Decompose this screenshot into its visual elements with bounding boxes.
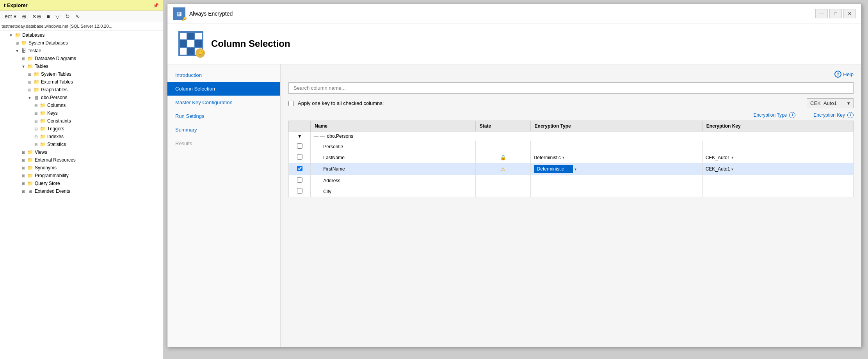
nav-item-summary[interactable]: Summary	[167, 123, 280, 137]
expand-dbo-persons[interactable]: ▼	[27, 96, 33, 100]
expand-columns[interactable]: ⊞	[33, 103, 39, 108]
object-explorer-panel: t Explorer 📌 ect ▾ ⊕ ✕⊕ ■ ▽ ↻ ∿ testmeto…	[0, 0, 163, 359]
checkbox-city[interactable]	[297, 188, 302, 194]
help-link[interactable]: ? Help	[834, 71, 854, 78]
tree-item-indexes[interactable]: ⊞ 📁 Indexes	[0, 133, 163, 140]
tree-item-triggers[interactable]: ⊞ 📁 Triggers	[0, 125, 163, 133]
tree-item-system-tables[interactable]: ⊞ 📁 System Tables	[0, 70, 163, 78]
tree-item-db-diagrams[interactable]: ⊞ 📁 Database Diagrams	[0, 55, 163, 62]
col-name-city: City	[311, 186, 475, 197]
dialog-title-left: ▦ 🔑 Always Encrypted	[173, 7, 233, 20]
enc-type-dropdown-last-name[interactable]: Deterministic ▾	[534, 155, 699, 160]
close-button[interactable]: ✕	[843, 9, 856, 18]
enc-type-link[interactable]: Encryption Type	[753, 112, 787, 118]
help-circle-icon: ?	[834, 71, 841, 78]
checkbox-last-name[interactable]	[297, 154, 302, 160]
tree-item-synonyms[interactable]: ⊞ 📁 Synonyms	[0, 164, 163, 172]
maximize-button[interactable]: □	[829, 9, 842, 18]
expand-synonyms[interactable]: ⊞	[20, 166, 27, 170]
enc-type-info-icon[interactable]: i	[789, 112, 795, 118]
enc-key-dropdown-first-name[interactable]: CEK_Auto1 ▾	[706, 166, 850, 172]
filter-button[interactable]: ▽	[54, 12, 61, 20]
checkbox-person-id[interactable]	[297, 143, 302, 149]
tree-item-constraints[interactable]: ⊞ 📁 Constraints	[0, 117, 163, 125]
tree-item-query-store[interactable]: ⊞ 📁 Query Store	[0, 180, 163, 187]
checkbox-address[interactable]	[297, 177, 302, 183]
table-icon-dbo-persons: ▦	[33, 94, 40, 101]
tree-item-keys[interactable]: ⊞ 📁 Keys	[0, 109, 163, 117]
expand-graph-tables[interactable]: ⊞	[27, 88, 33, 92]
enc-key-dropdown-last-name[interactable]: CEK_Auto1 ▾	[706, 155, 850, 160]
expand-databases[interactable]: ▼	[8, 33, 14, 37]
enc-key-info-icon[interactable]: i	[847, 112, 854, 118]
expand-constraints[interactable]: ⊞	[33, 119, 39, 123]
th-name: Name	[311, 121, 475, 132]
expand-system-databases[interactable]: ⊞	[14, 41, 20, 45]
expand-programmability[interactable]: ⊞	[20, 174, 27, 178]
tree-label-views: Views	[35, 149, 47, 155]
dialog-header: 🔑 Column Selection	[167, 23, 861, 64]
tree-item-external-resources[interactable]: ⊞ 📁 External Resources	[0, 156, 163, 164]
tree-item-extended-events[interactable]: ⊞ ⊞ Extended Events	[0, 187, 163, 195]
expand-triggers[interactable]: ⊞	[33, 127, 39, 131]
row-checkbox-cell-person-id[interactable]	[289, 141, 311, 152]
row-checkbox-cell-first-name[interactable]	[289, 163, 311, 175]
expand-external-tables[interactable]: ⊞	[27, 80, 33, 84]
row-checkbox-cell-city[interactable]	[289, 186, 311, 197]
enc-type-dropdown-first-name[interactable]: Deterministic ▾	[534, 165, 699, 173]
apply-key-dropdown[interactable]: CEK_Auto1 ▾	[807, 98, 854, 108]
chevron-enc-key-last-name: ▾	[731, 155, 733, 160]
col-state-city	[475, 186, 530, 197]
tree-item-statistics[interactable]: ⊞ 📁 Statistics	[0, 140, 163, 148]
expand-statistics[interactable]: ⊞	[33, 142, 39, 147]
tree-item-system-databases[interactable]: ⊞ 📁 System Databases	[0, 39, 163, 47]
tree-item-databases[interactable]: ▼ 📁 Databases	[0, 31, 163, 39]
tree-item-columns[interactable]: ⊞ 📁 Columns	[0, 101, 163, 109]
expand-keys[interactable]: ⊞	[33, 111, 39, 116]
expand-query-store[interactable]: ⊞	[20, 181, 27, 186]
tree-item-testae[interactable]: ▼ 🗄 testae	[0, 47, 163, 55]
tree-item-views[interactable]: ⊞ 📁 Views	[0, 148, 163, 156]
expand-tables[interactable]: ▼	[20, 64, 27, 69]
col-enc-type-first-name[interactable]: Deterministic ▾	[530, 163, 702, 175]
dbo-collapse-icon[interactable]: ▼	[297, 133, 302, 139]
activity-button[interactable]: ∿	[74, 12, 82, 20]
expand-system-tables[interactable]: ⊞	[27, 72, 33, 76]
tree-item-external-tables[interactable]: ⊞ 📁 External Tables	[0, 78, 163, 86]
tree-item-dbo-persons[interactable]: ▼ ▦ dbo.Persons	[0, 94, 163, 101]
expand-views[interactable]: ⊞	[20, 150, 27, 155]
oe-pin-icon[interactable]: 📌	[153, 3, 159, 8]
row-checkbox-cell-address[interactable]	[289, 175, 311, 186]
expand-indexes[interactable]: ⊞	[33, 135, 39, 139]
apply-one-key-checkbox[interactable]	[288, 101, 294, 106]
tree-label-synonyms: Synonyms	[35, 165, 57, 171]
nav-item-run-settings[interactable]: Run Settings	[167, 109, 280, 123]
icon-cell-6	[195, 40, 202, 47]
stop-button[interactable]: ■	[45, 12, 52, 20]
tree-item-programmability[interactable]: ⊞ 📁 Programmability	[0, 172, 163, 180]
tree-item-graph-tables[interactable]: ⊞ 📁 GraphTables	[0, 86, 163, 94]
minimize-button[interactable]: —	[815, 9, 828, 18]
expand-external-resources[interactable]: ⊞	[20, 158, 27, 162]
tree-item-tables[interactable]: ▼ 📁 Tables	[0, 62, 163, 70]
col-enc-type-person-id	[530, 141, 702, 152]
db-icon-testae: 🗄	[20, 48, 27, 54]
search-column-input[interactable]	[288, 82, 854, 94]
expand-extended-events[interactable]: ⊞	[20, 189, 27, 194]
checkbox-first-name[interactable]	[297, 166, 302, 171]
oe-title-bar: t Explorer 📌	[0, 0, 163, 11]
nav-item-introduction[interactable]: Introduction	[167, 68, 280, 82]
folder-icon-triggers: 📁	[39, 126, 46, 132]
nav-item-column-selection[interactable]: Column Selection	[167, 82, 280, 96]
nav-item-master-key[interactable]: Master Key Configuration	[167, 96, 280, 109]
dialog-body: Introduction Column Selection Master Key…	[167, 64, 861, 347]
row-checkbox-cell-last-name[interactable]	[289, 152, 311, 163]
folder-icon-external-tables: 📁	[33, 79, 40, 85]
expand-testae[interactable]: ▼	[14, 49, 20, 53]
add-object-button[interactable]: ⊕	[20, 12, 28, 20]
expand-db-diagrams[interactable]: ⊞	[20, 57, 27, 61]
enc-key-link[interactable]: Encryption Key	[813, 112, 845, 118]
refresh-button[interactable]: ↻	[64, 12, 71, 20]
remove-object-button[interactable]: ✕⊕	[30, 12, 43, 20]
connect-button[interactable]: ect ▾	[3, 12, 18, 20]
